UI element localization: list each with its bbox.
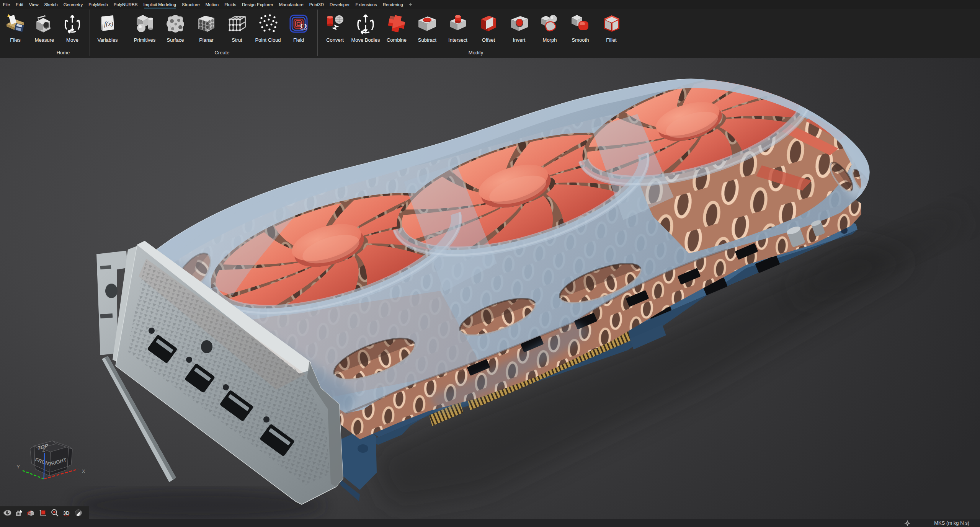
svg-text:Ω: Ω <box>300 21 307 31</box>
svg-text:X: X <box>82 468 85 474</box>
svg-text:Z: Z <box>42 447 46 453</box>
svg-text:Y: Y <box>16 464 20 470</box>
svg-text:f(x): f(x) <box>104 20 113 28</box>
svg-text:3D: 3D <box>63 510 70 516</box>
